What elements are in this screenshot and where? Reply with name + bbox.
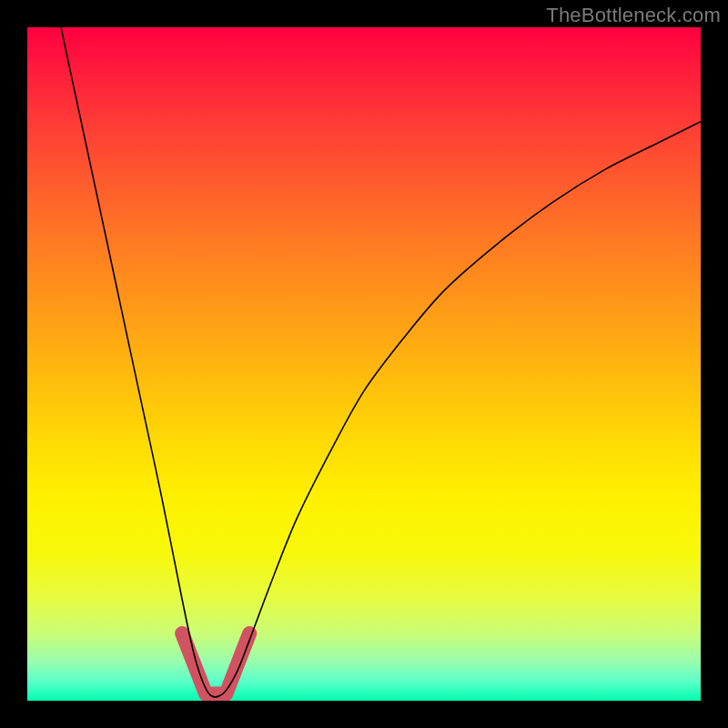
chart-frame: TheBottleneck.com [0,0,728,728]
plot-area [27,27,701,701]
minimum-marker [182,633,249,694]
bottleneck-curve [61,27,701,697]
chart-svg [27,27,701,701]
watermark-text: TheBottleneck.com [546,4,721,27]
